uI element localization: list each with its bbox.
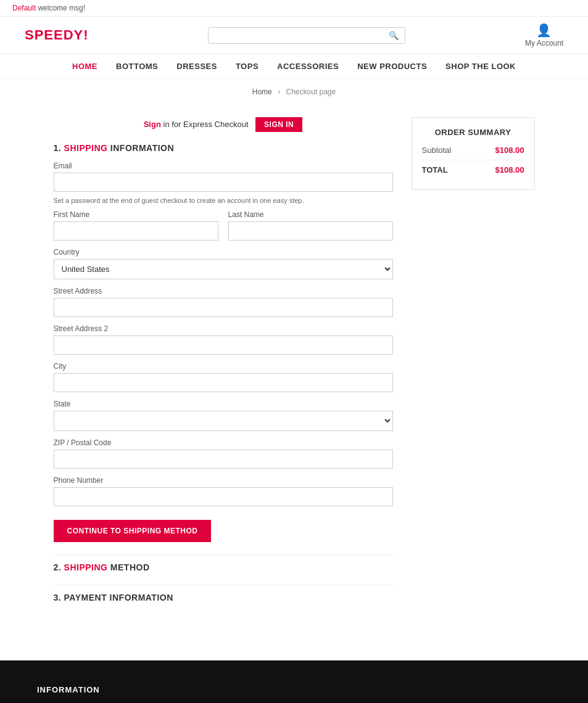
city-label: City (54, 362, 393, 371)
name-row: First Name Last Name (54, 210, 393, 248)
express-checkout: Sign in for Express Checkout SIGN IN (54, 117, 393, 132)
footer: INFORMATION About Us Customer Service Pr… (0, 660, 588, 703)
footer-info: INFORMATION About Us Customer Service Pr… (37, 685, 126, 703)
zip-label: ZIP / Postal Code (54, 438, 393, 447)
account-icon: 👤 (536, 23, 552, 38)
phone-group: Phone Number (54, 476, 393, 506)
section3: 3. PAYMENT INFORMATION (54, 585, 393, 602)
subtotal-value: $108.00 (495, 146, 524, 155)
last-name-label: Last Name (228, 210, 393, 219)
phone-label: Phone Number (54, 476, 393, 485)
main-nav: HOME BOTTOMS DRESSES TOPS ACCESSORIES NE… (0, 54, 588, 79)
breadcrumb-current: Checkout page (286, 88, 336, 96)
nav-accessories[interactable]: ACCESSORIES (277, 62, 339, 71)
country-group: Country United States (54, 248, 393, 279)
last-name-group: Last Name (228, 210, 393, 240)
total-row: TOTAL $108.00 (422, 160, 524, 175)
my-account-label: My Account (525, 39, 563, 47)
my-account[interactable]: 👤 My Account (525, 23, 563, 47)
section2: 2. SHIPPING METHOD (54, 554, 393, 572)
express-text: Sign in for Express Checkout (144, 120, 251, 129)
street-address2-group: Street Address 2 (54, 324, 393, 355)
header: SPEEDY! 🔍 👤 My Account (0, 17, 588, 54)
country-select[interactable]: United States (54, 259, 393, 279)
zip-group: ZIP / Postal Code (54, 438, 393, 469)
nav-dresses[interactable]: DRESSES (176, 62, 217, 71)
search-input[interactable] (215, 31, 389, 40)
email-group: Email (54, 162, 393, 192)
nav-new-products[interactable]: NEW PRODUCTS (357, 62, 427, 71)
street-address2-label: Street Address 2 (54, 324, 393, 333)
checkout-form: Sign in for Express Checkout SIGN IN 1. … (54, 117, 393, 611)
state-group: State (54, 400, 393, 431)
last-name-input[interactable] (228, 221, 393, 240)
state-select[interactable] (54, 411, 393, 431)
street-address2-input[interactable] (54, 335, 393, 355)
zip-input[interactable] (54, 450, 393, 469)
city-input[interactable] (54, 373, 393, 392)
nav-bottoms[interactable]: BOTTOMS (116, 62, 158, 71)
logo-punctuation: ! (83, 27, 88, 43)
state-label: State (54, 400, 393, 408)
footer-content: INFORMATION About Us Customer Service Pr… (37, 685, 551, 703)
footer-bottom: INFORMATION About Us Customer Service Pr… (37, 685, 551, 703)
total-label: TOTAL (422, 165, 448, 175)
order-summary: ORDER SUMMARY Subtotal $108.00 TOTAL $10… (412, 117, 535, 190)
city-group: City (54, 362, 393, 392)
nav-shop-the-look[interactable]: SHOP THE LOOK (445, 62, 516, 71)
default-link[interactable]: Default (12, 4, 36, 12)
breadcrumb: Home › Checkout page (0, 79, 588, 105)
section1-title: 1. SHIPPING INFORMATION (54, 143, 393, 153)
section2-title: 2. SHIPPING METHOD (54, 562, 393, 572)
footer-info-title: INFORMATION (37, 685, 126, 694)
first-name-input[interactable] (54, 221, 218, 240)
sign-in-button[interactable]: SIGN IN (255, 117, 302, 132)
main-content: Sign in for Express Checkout SIGN IN 1. … (41, 117, 547, 648)
email-input[interactable] (54, 173, 393, 192)
continue-button[interactable]: CONTINUE TO SHIPPING METHOD (54, 520, 212, 542)
welcome-message: welcome msg! (38, 4, 85, 12)
top-bar: Default welcome msg! (0, 0, 588, 17)
section3-title: 3. PAYMENT INFORMATION (54, 593, 393, 602)
nav-home[interactable]: HOME (72, 62, 97, 71)
country-label: Country (54, 248, 393, 257)
first-name-group: First Name (54, 210, 218, 240)
nav-tops[interactable]: TOPS (236, 62, 259, 71)
street-address-input[interactable] (54, 298, 393, 317)
first-name-label: First Name (54, 210, 218, 219)
street-address-label: Street Address (54, 287, 393, 295)
hint-text: Set a password at the end of guest check… (54, 197, 393, 204)
email-label: Email (54, 162, 393, 170)
breadcrumb-home[interactable]: Home (252, 88, 272, 96)
street-address-group: Street Address (54, 287, 393, 317)
search-bar: 🔍 (208, 27, 405, 44)
total-value: $108.00 (495, 165, 524, 175)
subtotal-label: Subtotal (422, 146, 452, 155)
breadcrumb-sep: › (278, 88, 280, 96)
subtotal-row: Subtotal $108.00 (422, 146, 524, 155)
phone-input[interactable] (54, 487, 393, 506)
logo-text: SPEEDY (25, 27, 83, 43)
search-icon[interactable]: 🔍 (389, 31, 399, 40)
logo[interactable]: SPEEDY! (25, 27, 89, 43)
order-summary-title: ORDER SUMMARY (422, 128, 524, 137)
